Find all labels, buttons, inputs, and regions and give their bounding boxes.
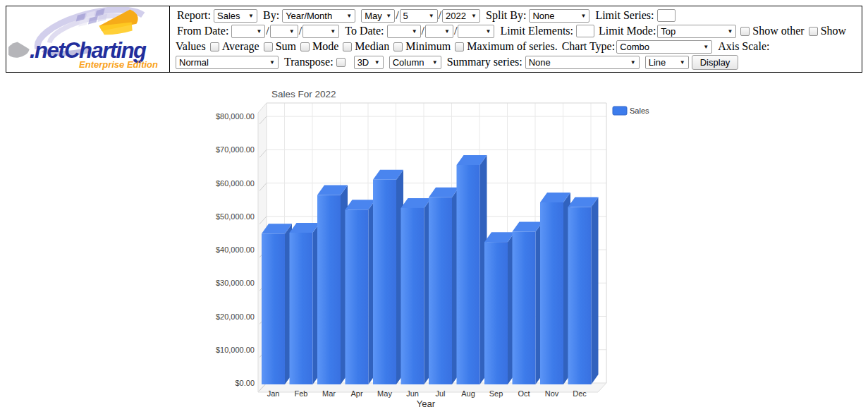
dropdown-arrow-icon: ▼	[680, 59, 685, 66]
to-day-select[interactable]: ▼	[425, 25, 453, 38]
x-axis-label: Jun	[406, 389, 419, 398]
controls-line-2: From Date: ▼ / ▼ / ▼ To Date:	[176, 23, 857, 39]
bar-may[interactable]	[373, 170, 403, 384]
dropdown-arrow-icon: ▼	[374, 59, 380, 66]
bar-nov[interactable]	[540, 193, 570, 384]
chart-type-select[interactable]: Combo ▼	[616, 40, 712, 54]
by-label: By:	[263, 9, 279, 22]
x-axis-label: Oct	[518, 389, 530, 398]
y-axis-label: $10,000.00	[216, 346, 255, 354]
show-values-label-part1: Show	[821, 25, 846, 37]
transpose-label: Transpose:	[284, 56, 334, 68]
bar-front-face[interactable]	[317, 195, 341, 384]
netcharting-logo: .netCharting Enterprise Edition	[8, 7, 168, 71]
bar-front-face[interactable]	[401, 208, 424, 384]
bar-dec[interactable]	[568, 197, 599, 384]
median-checkbox[interactable]	[343, 42, 352, 51]
x-axis-label: Sep	[489, 389, 503, 398]
bar-sep[interactable]	[484, 232, 515, 384]
bar-front-face[interactable]	[346, 209, 369, 384]
limit-series-label: Limit Series:	[595, 9, 654, 22]
summary-series-label: Summary series:	[447, 56, 522, 68]
average-label: Average	[222, 40, 259, 53]
x-axis-label: Jan	[267, 389, 280, 398]
x-axis-label: Nov	[545, 389, 559, 398]
sum-checkbox[interactable]	[264, 42, 273, 51]
display-button[interactable]: Display	[692, 55, 739, 70]
transpose-checkbox[interactable]	[336, 58, 346, 67]
series-shape-select[interactable]: Column ▼	[389, 56, 441, 69]
bar-front-face[interactable]	[513, 231, 536, 384]
mode-label: Mode	[312, 40, 338, 53]
report-select[interactable]: Sales ▼	[214, 9, 257, 23]
bar-front-face[interactable]	[457, 165, 480, 384]
y-axis-label: $60,000.00	[216, 179, 255, 188]
show-values-checkbox[interactable]	[809, 27, 818, 36]
from-day-select[interactable]: ▼	[270, 25, 298, 38]
from-month-select[interactable]: ▼	[231, 25, 265, 38]
limit-mode-select[interactable]: Top ▼	[657, 25, 736, 38]
from-year-select[interactable]: ▼	[302, 25, 339, 38]
limit-series-input[interactable]	[657, 9, 676, 22]
x-axis-label: Mar	[322, 389, 336, 398]
mode-checkbox[interactable]	[300, 42, 310, 51]
legend-swatch	[613, 106, 627, 115]
dropdown-arrow-icon: ▼	[256, 28, 262, 35]
header-bar: .netCharting Enterprise Edition Report: …	[6, 6, 862, 73]
axis-scale-label: Axis Scale:	[718, 40, 769, 53]
dropdown-arrow-icon: ▼	[580, 13, 586, 19]
dimension-select[interactable]: 3D ▼	[354, 56, 384, 69]
bar-front-face[interactable]	[429, 197, 452, 384]
bar-side-face[interactable]	[592, 197, 599, 384]
dropdown-arrow-icon: ▼	[727, 28, 733, 35]
minimum-checkbox[interactable]	[393, 42, 403, 51]
x-axis-title: Year	[417, 398, 436, 409]
y-axis-label: $20,000.00	[216, 312, 255, 321]
to-month-select[interactable]: ▼	[387, 25, 421, 38]
dropdown-arrow-icon: ▼	[289, 28, 295, 35]
bar-front-face[interactable]	[373, 180, 396, 384]
x-axis-label: May	[377, 389, 392, 398]
to-year-select[interactable]: ▼	[458, 25, 494, 38]
show-values-label-part2: Values	[176, 40, 206, 53]
bar-jan[interactable]	[262, 224, 292, 384]
split-by-select[interactable]: None ▼	[529, 9, 589, 23]
by-select[interactable]: Year/Month ▼	[282, 9, 355, 23]
bar-front-face[interactable]	[484, 242, 508, 384]
limit-elements-input[interactable]	[576, 25, 594, 37]
year-select[interactable]: 2022 ▼	[442, 9, 480, 23]
bar-front-face[interactable]	[262, 233, 285, 384]
maximum-checkbox[interactable]	[455, 42, 464, 51]
legend[interactable]: Sales	[613, 106, 649, 115]
average-checkbox[interactable]	[210, 42, 219, 51]
x-axis-label: Apr	[350, 389, 362, 398]
bar-mar[interactable]	[317, 185, 348, 384]
bar-apr[interactable]	[346, 200, 376, 384]
sum-label: Sum	[276, 40, 296, 53]
month-select[interactable]: May ▼	[361, 9, 395, 23]
bar-front-face[interactable]	[568, 207, 592, 384]
bar-feb[interactable]	[290, 223, 320, 384]
dropdown-arrow-icon: ▼	[486, 28, 491, 35]
show-other-checkbox[interactable]	[740, 27, 750, 36]
x-axis-label: Dec	[573, 389, 587, 398]
axis-scale-select[interactable]: Normal ▼	[176, 56, 279, 69]
controls-line-4: Normal ▼ Transpose: 3D ▼ Column ▼ Summar…	[176, 54, 857, 70]
bar-jul[interactable]	[429, 188, 459, 384]
day-select[interactable]: 5 ▼	[400, 9, 438, 23]
bar-oct[interactable]	[513, 221, 543, 384]
dropdown-arrow-icon: ▼	[269, 59, 275, 66]
bar-jun[interactable]	[401, 198, 432, 384]
dropdown-arrow-icon: ▼	[630, 59, 636, 66]
logo: .netCharting Enterprise Edition	[6, 6, 170, 72]
bar-aug[interactable]	[457, 155, 487, 384]
dropdown-arrow-icon: ▼	[386, 13, 391, 19]
bar-front-face[interactable]	[540, 202, 563, 384]
summary-type-select[interactable]: Line ▼	[645, 56, 689, 69]
summary-series-select[interactable]: None ▼	[525, 56, 640, 69]
bar-front-face[interactable]	[290, 233, 313, 384]
minimum-label: Minimum	[405, 40, 451, 53]
dropdown-arrow-icon: ▼	[444, 28, 450, 35]
show-other-label: Show other	[752, 25, 804, 37]
report-label: Report:	[177, 9, 211, 22]
